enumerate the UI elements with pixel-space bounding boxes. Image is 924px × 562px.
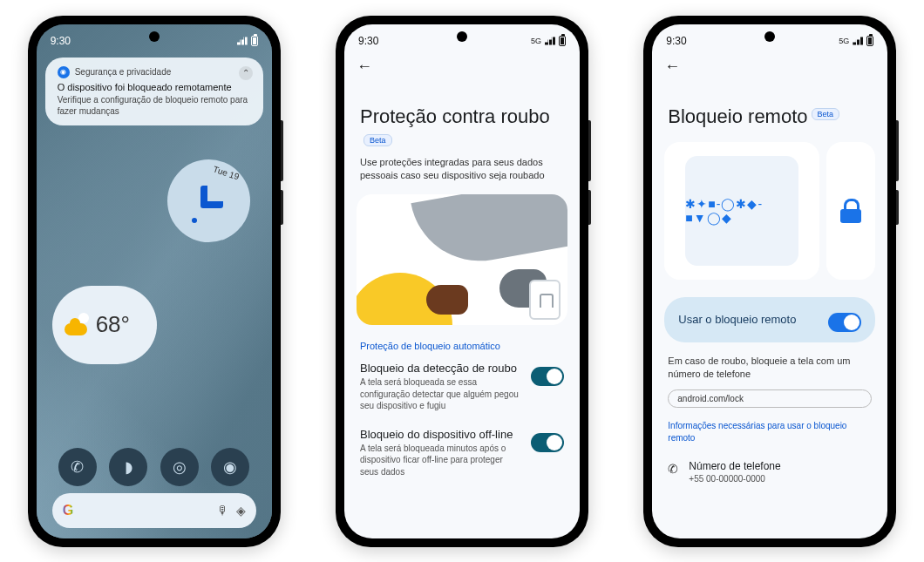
setting-desc: A tela será bloqueada se essa configuraç…: [360, 376, 522, 412]
back-button[interactable]: ←: [664, 58, 680, 75]
caption-text: Em caso de roubo, bloqueie a tela com um…: [652, 349, 887, 390]
toggle-switch[interactable]: [828, 313, 861, 332]
url-chip[interactable]: android.com/lock: [668, 389, 872, 408]
weather-icon: [63, 311, 91, 339]
setting-theft-detection[interactable]: Bloqueio da detecção de roubo A tela ser…: [344, 355, 580, 421]
lens-icon[interactable]: ◈: [236, 504, 246, 518]
battery-icon: [866, 36, 873, 46]
phone-home: 9:30 ◉ Segurança e privacidade O disposi…: [28, 16, 281, 547]
page-title: Proteção contra roubo: [360, 105, 550, 127]
chrome-app-icon[interactable]: ◎: [160, 448, 199, 486]
weather-widget[interactable]: 68°: [52, 286, 157, 364]
chevron-up-icon[interactable]: ⌃: [239, 66, 253, 80]
phone-remote-lock: 9:30 5G ← Bloqueio remoto Beta ✱✦■-◯✱◆-■…: [643, 16, 896, 547]
use-remote-lock-row[interactable]: Usar o bloqueio remoto: [664, 297, 875, 342]
notif-title: O dispositivo foi bloqueado remotamente: [58, 82, 251, 92]
section-label: Proteção de bloqueio automático: [344, 334, 580, 355]
camera-app-icon[interactable]: ◉: [211, 448, 249, 486]
battery-icon: [251, 36, 258, 46]
notif-body: Verifique a configuração de bloqueio rem…: [58, 94, 251, 117]
setting-offline-lock[interactable]: Bloqueio do dispositivo off-line A tela …: [344, 421, 580, 487]
page-subtitle: Use proteções integradas para seus dados…: [344, 156, 580, 192]
page-title: Bloqueio remoto: [668, 105, 807, 128]
date-widget[interactable]: Tue 19: [167, 159, 250, 242]
signal-icon: [237, 37, 248, 45]
lock-icon: [840, 199, 861, 223]
masked-code: ✱✦■-◯✱◆-■▼◯◆: [685, 156, 798, 266]
signal-icon: [853, 37, 863, 45]
back-button[interactable]: ←: [357, 58, 372, 75]
phone-app-icon[interactable]: ✆: [58, 448, 97, 486]
clock-arrow-icon: [200, 186, 223, 208]
phone-number-value: +55 00-00000-0000: [689, 474, 780, 484]
info-link[interactable]: Informações necessárias para usar o bloq…: [652, 416, 887, 453]
status-bar: 9:30: [37, 24, 272, 52]
phone-number-title: Número de telefone: [689, 460, 780, 472]
setting-title: Bloqueio da detecção de roubo: [360, 362, 522, 375]
battery-icon: [559, 36, 566, 46]
setting-desc: A tela será bloqueada minutos após o dis…: [360, 443, 522, 478]
network-5g-icon: 5G: [839, 37, 849, 45]
status-time: 9:30: [51, 35, 71, 47]
notif-app: Segurança e privacidade: [75, 67, 172, 77]
status-bar: 9:30 5G: [344, 24, 580, 52]
remote-lock-card: ✱✦■-◯✱◆-■▼◯◆: [664, 142, 819, 280]
status-bar: 9:30 5G: [652, 24, 887, 52]
phone-number-row[interactable]: ✆ Número de telefone +55 00-00000-0000: [652, 453, 887, 491]
home-dock: ✆ ◗ ◎ ◉: [52, 448, 256, 486]
notification-card[interactable]: ◉ Segurança e privacidade O dispositivo …: [45, 58, 263, 125]
weather-temp: 68°: [96, 311, 130, 338]
phone-icon: ✆: [668, 462, 678, 476]
signal-icon: [545, 37, 555, 45]
status-time: 9:30: [666, 35, 686, 47]
network-5g-icon: 5G: [531, 37, 541, 45]
beta-badge: Beta: [363, 134, 392, 146]
toggle-switch[interactable]: [531, 433, 564, 452]
messages-app-icon[interactable]: ◗: [109, 448, 147, 486]
toggle-switch[interactable]: [531, 367, 564, 386]
beta-badge: Beta: [812, 108, 840, 120]
phone-theft-protection: 9:30 5G ← Proteção contra roubo Beta Use…: [336, 16, 588, 547]
shield-icon: ◉: [58, 66, 70, 78]
hero-illustration: [357, 194, 567, 325]
search-bar[interactable]: G 🎙 ◈: [52, 493, 256, 528]
use-remote-label: Usar o bloqueio remoto: [678, 313, 796, 326]
status-time: 9:30: [358, 35, 378, 47]
google-logo-icon: G: [63, 503, 73, 518]
lock-card: [826, 142, 875, 280]
setting-title: Bloqueio do dispositivo off-line: [360, 428, 522, 441]
mic-icon[interactable]: 🎙: [217, 504, 229, 518]
